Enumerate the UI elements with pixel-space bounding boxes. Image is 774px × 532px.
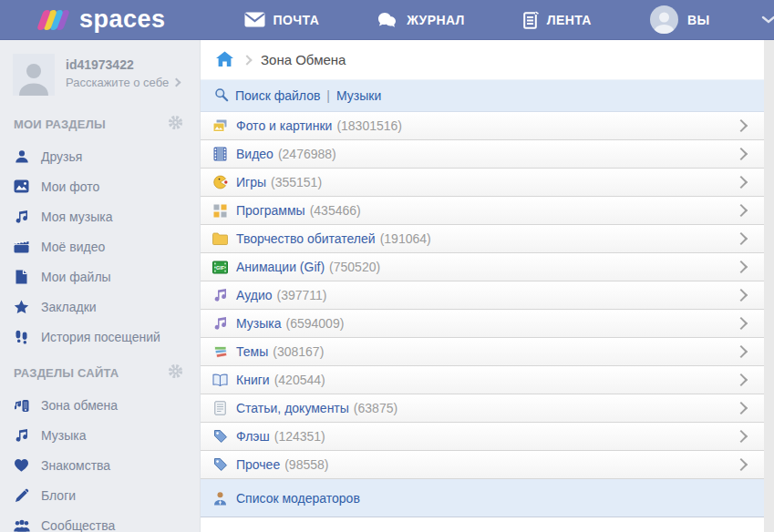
nav-you-label: ВЫ: [687, 13, 710, 27]
spaces-logo[interactable]: spaces: [38, 7, 166, 32]
category-row-books[interactable]: Книги (420544): [201, 366, 764, 394]
exchange-icon: [13, 397, 30, 413]
feed-icon: [523, 11, 539, 29]
category-row-animations[interactable]: GIF Анимации (Gif) (750520): [201, 253, 764, 281]
item-label: Сообщества: [41, 518, 115, 532]
sidebar-item-blogs[interactable]: Блоги: [0, 480, 200, 510]
sidebar-item-communities[interactable]: Сообщества: [0, 510, 200, 532]
category-count: (2476988): [278, 147, 336, 161]
nav-mail-label: ПОЧТА: [273, 13, 320, 27]
category-link[interactable]: Фото и картинки: [236, 118, 332, 133]
item-label: Моя музыка: [41, 210, 113, 224]
category-link[interactable]: Аудио: [236, 288, 273, 302]
category-row-music[interactable]: Музыка (6594009): [201, 310, 764, 338]
item-label: История посещений: [41, 330, 160, 344]
logo-text: spaces: [79, 7, 166, 32]
sidebar-item-exchange-zone[interactable]: Зона обмена: [0, 390, 200, 420]
chevron-right-icon: [735, 345, 748, 358]
item-label: Друзья: [41, 149, 82, 164]
category-row-audio[interactable]: Аудио (397711): [201, 281, 764, 310]
category-row-themes[interactable]: Темы (308167): [201, 338, 764, 366]
my-music-icon: [13, 209, 30, 224]
page-right-gutter: [764, 40, 774, 532]
nav-you[interactable]: ВЫ: [650, 5, 710, 34]
separator: |: [326, 88, 330, 103]
category-link[interactable]: Видео: [236, 147, 273, 161]
breadcrumb: Зона Обмена: [201, 40, 764, 79]
category-row-programs[interactable]: Программы (435466): [201, 197, 764, 225]
chevron-down-icon[interactable]: [761, 15, 774, 25]
dating-icon: [13, 457, 30, 473]
chevron-right-icon: [172, 78, 181, 87]
content-filler: [201, 517, 764, 532]
gif-icon: GIF: [212, 260, 228, 274]
category-link[interactable]: Анимации (Gif): [236, 260, 325, 274]
category-link[interactable]: Программы: [236, 203, 305, 218]
sidebar-item-friends[interactable]: Друзья: [0, 141, 200, 171]
moderators-link[interactable]: Список модераторов: [236, 491, 360, 506]
mail-icon: [244, 12, 265, 27]
category-count: (98558): [284, 457, 328, 472]
sidebar-item-my-files[interactable]: Мои файлы: [0, 261, 200, 292]
sidebar-item-bookmarks[interactable]: Закладки: [0, 292, 200, 322]
category-row-games[interactable]: Игры (355151): [201, 169, 764, 197]
category-link[interactable]: Флэш: [236, 429, 270, 444]
category-row-other[interactable]: Прочее (98558): [201, 451, 764, 479]
sidebar-item-my-photos[interactable]: Мои фото: [0, 171, 200, 201]
svg-text:GIF: GIF: [216, 265, 225, 271]
books-icon: [212, 373, 228, 387]
nav-journal[interactable]: ЖУРНАЛ: [377, 11, 465, 29]
search-files-link[interactable]: Поиск файлов: [235, 88, 320, 103]
sidebar-item-history[interactable]: История посещений: [0, 322, 200, 352]
category-link[interactable]: Творчество обитателей: [236, 231, 376, 246]
gear-icon[interactable]: [168, 363, 183, 382]
audio-icon: [212, 288, 228, 302]
about-me-link[interactable]: Расскажите о себе: [66, 76, 180, 89]
search-music-link[interactable]: Музыки: [336, 88, 381, 103]
item-label: Моё видео: [41, 240, 105, 254]
user-card[interactable]: id41973422 Расскажите о себе: [0, 52, 200, 103]
category-link[interactable]: Музыка: [236, 316, 282, 331]
category-count: (18301516): [336, 118, 402, 133]
category-row-video[interactable]: Видео (2476988): [201, 140, 764, 169]
category-row-articles[interactable]: Статьи, документы (63875): [201, 394, 764, 423]
item-label: Блоги: [41, 488, 76, 503]
category-link[interactable]: Статьи, документы: [236, 401, 349, 415]
chevron-right-icon: [735, 317, 748, 330]
pictures-icon: [212, 118, 228, 133]
sidebar-item-music[interactable]: Музыка: [0, 420, 200, 450]
sidebar-item-my-video[interactable]: Моё видео: [0, 231, 200, 261]
top-navigation: ПОЧТА ЖУРНАЛ ЛЕНТА: [244, 11, 592, 29]
category-row-pictures[interactable]: Фото и картинки (18301516): [201, 112, 764, 140]
search-icon: [214, 87, 229, 105]
music-icon: [13, 427, 30, 443]
category-row-flash[interactable]: Флэш (124351): [201, 423, 764, 451]
spaces-logo-icon: [38, 8, 71, 32]
item-label: Зона обмена: [41, 398, 118, 413]
chevron-right-icon: [735, 148, 748, 160]
my-photos-icon: [13, 179, 30, 194]
communities-icon: [13, 517, 30, 532]
folder-icon: [212, 231, 228, 246]
category-link[interactable]: Прочее: [236, 457, 280, 472]
moderators-row[interactable]: Список модераторов: [201, 479, 764, 517]
about-me-label: Расскажите о себе: [66, 76, 169, 89]
nav-feed[interactable]: ЛЕНТА: [523, 11, 592, 29]
my-video-icon: [13, 239, 30, 254]
category-count: (308167): [273, 344, 324, 359]
sidebar-item-dating[interactable]: Знакомства: [0, 450, 200, 480]
category-link[interactable]: Книги: [236, 373, 270, 387]
category-row-creativity[interactable]: Творчество обитателей (191064): [201, 225, 764, 253]
nav-mail[interactable]: ПОЧТА: [244, 11, 320, 29]
category-link[interactable]: Темы: [236, 344, 268, 359]
chevron-right-icon: [735, 289, 748, 302]
category-link[interactable]: Игры: [236, 175, 266, 189]
friends-icon: [13, 148, 30, 164]
gear-icon[interactable]: [168, 115, 183, 133]
item-label: Музыка: [41, 428, 87, 443]
item-label: Мои фото: [41, 179, 99, 194]
home-icon[interactable]: [216, 51, 233, 69]
sidebar-item-my-music[interactable]: Моя музыка: [0, 201, 200, 231]
category-count: (355151): [271, 175, 322, 189]
games-icon: [212, 175, 228, 189]
